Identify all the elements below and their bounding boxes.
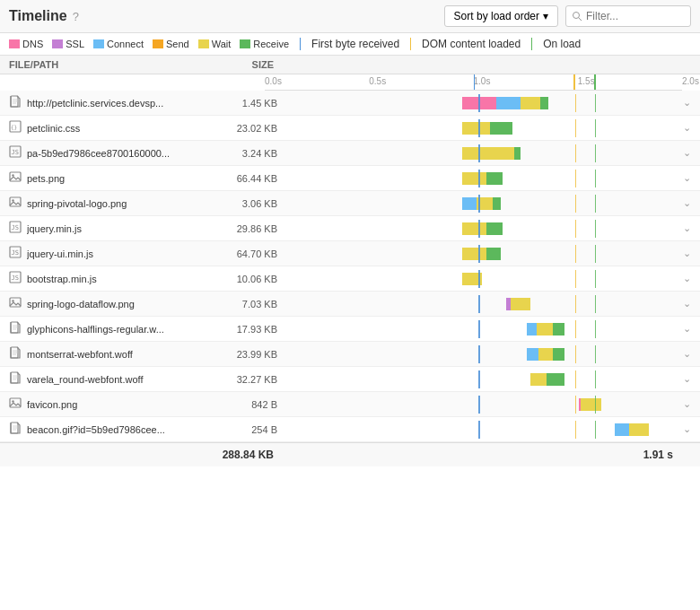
legend-dns: DNS xyxy=(9,39,43,49)
send-color xyxy=(153,39,163,48)
on-load-vline xyxy=(595,270,597,288)
receive-bar xyxy=(553,323,564,336)
on-load-vline xyxy=(595,245,597,263)
send-label: Send xyxy=(166,39,189,49)
wait-bar xyxy=(521,97,540,109)
file-size: 7.03 KB xyxy=(210,299,277,309)
expand-row-button[interactable]: ⌄ xyxy=(683,97,691,109)
table-header: FILE/PATH SIZE xyxy=(0,56,700,74)
table-row[interactable]: JS jquery.min.js29.86 KB⌄ xyxy=(0,216,700,241)
on-load-vline xyxy=(595,345,597,363)
dns-color xyxy=(9,39,20,48)
table-row[interactable]: montserrat-webfont.woff23.99 KB⌄ xyxy=(0,342,700,367)
expand-row-button[interactable]: ⌄ xyxy=(683,323,691,335)
table-row[interactable]: http://petclinic.services.devsp...1.45 K… xyxy=(0,91,700,116)
file-type-icon xyxy=(9,321,23,336)
dom-loaded-vline xyxy=(575,421,577,439)
first-byte-vline xyxy=(478,94,480,112)
first-byte-vline xyxy=(478,345,480,363)
on-load-vline xyxy=(595,119,597,137)
svg-rect-10 xyxy=(10,197,21,206)
expand-row-button[interactable]: ⌄ xyxy=(683,122,691,134)
timeline-cell xyxy=(277,345,679,363)
dom-loaded-vline xyxy=(575,245,577,263)
file-type-icon xyxy=(9,95,23,110)
expand-row-button[interactable]: ⌄ xyxy=(683,147,691,159)
wait-bar xyxy=(462,222,486,235)
expand-row-button[interactable]: ⌄ xyxy=(683,248,691,259)
file-type-icon xyxy=(9,346,23,362)
expand-row-button[interactable]: ⌄ xyxy=(683,222,691,234)
table-body: http://petclinic.services.devsp...1.45 K… xyxy=(0,91,700,442)
file-name: favicon.png xyxy=(27,399,210,410)
sort-chevron-icon: ▾ xyxy=(543,10,548,22)
file-name: jquery-ui.min.js xyxy=(27,248,210,259)
col-timeline-header xyxy=(274,59,673,70)
svg-point-19 xyxy=(12,300,13,301)
first-byte-vline xyxy=(478,320,480,338)
connect-bar xyxy=(615,423,629,436)
expand-row-button[interactable]: ⌄ xyxy=(683,423,691,435)
first-byte-vline xyxy=(478,220,480,238)
table-row[interactable]: beacon.gif?id=5b9ed7986cee...254 B⌄ xyxy=(0,417,700,442)
receive-bar xyxy=(547,373,564,386)
on-load-vline xyxy=(595,396,597,414)
dom-loaded-vline xyxy=(575,170,577,187)
legend-ssl: SSL xyxy=(52,39,84,49)
table-row[interactable]: spring-logo-dataflow.png7.03 KB⌄ xyxy=(0,292,700,317)
file-name: varela_round-webfont.woff xyxy=(27,374,210,385)
col-file-header: FILE/PATH xyxy=(9,59,206,70)
on-load-vline xyxy=(595,195,597,213)
table-row[interactable]: JS pa-5b9ed7986cee8700160000...3.24 KB⌄ xyxy=(0,141,700,166)
wait-bar xyxy=(462,248,486,260)
help-icon[interactable]: ? xyxy=(73,10,79,23)
on-load-vline xyxy=(595,320,597,338)
wait-color xyxy=(198,39,209,48)
table-row[interactable]: spring-pivotal-logo.png3.06 KB⌄ xyxy=(0,191,700,216)
expand-row-button[interactable]: ⌄ xyxy=(683,197,691,209)
first-byte-vline xyxy=(478,170,480,187)
dom-loaded-vline-ruler xyxy=(573,74,575,90)
table-row[interactable]: {} petclinic.css23.02 KB⌄ xyxy=(0,116,700,141)
file-name: jquery.min.js xyxy=(27,223,210,234)
table-row[interactable]: glyphicons-halflings-regular.w...17.93 K… xyxy=(0,317,700,342)
col-size-header: SIZE xyxy=(206,59,274,70)
table-row[interactable]: pets.png66.44 KB⌄ xyxy=(0,166,700,191)
file-type-icon xyxy=(9,296,23,311)
expand-row-button[interactable]: ⌄ xyxy=(683,348,691,360)
table-row[interactable]: JS jquery-ui.min.js64.70 KB⌄ xyxy=(0,241,700,266)
svg-point-9 xyxy=(12,174,13,176)
file-name: pa-5b9ed7986cee8700160000... xyxy=(27,148,210,159)
table-row[interactable]: JS bootstrap.min.js10.06 KB⌄ xyxy=(0,266,700,292)
receive-bar xyxy=(493,197,501,210)
dom-loaded-vline xyxy=(575,144,577,162)
dom-loaded-vline xyxy=(575,370,577,388)
expand-row-button[interactable]: ⌄ xyxy=(683,373,691,385)
file-name: glyphicons-halflings-regular.w... xyxy=(27,324,210,335)
receive-bar xyxy=(486,248,501,260)
on-load-vline xyxy=(595,220,597,238)
wait-bar xyxy=(581,398,600,411)
file-name: petclinic.css xyxy=(27,123,210,134)
expand-row-button[interactable]: ⌄ xyxy=(683,398,691,410)
connect-bar xyxy=(496,97,521,109)
expand-row-button[interactable]: ⌄ xyxy=(683,273,691,284)
timeline-cell xyxy=(277,370,679,388)
connect-bar xyxy=(527,323,537,336)
file-size: 3.24 KB xyxy=(210,148,277,159)
legend-send: Send xyxy=(153,39,189,49)
file-size: 10.06 KB xyxy=(210,274,277,284)
file-size: 842 B xyxy=(210,399,277,410)
expand-row-button[interactable]: ⌄ xyxy=(683,172,691,184)
sort-button[interactable]: Sort by load order ▾ xyxy=(444,5,558,27)
filter-input[interactable] xyxy=(565,5,691,27)
file-type-icon: JS xyxy=(9,246,23,261)
connect-label: Connect xyxy=(107,39,144,49)
table-row[interactable]: favicon.png842 B⌄ xyxy=(0,392,700,417)
file-size: 64.70 KB xyxy=(210,248,277,259)
legend-wait: Wait xyxy=(198,39,232,49)
expand-row-button[interactable]: ⌄ xyxy=(683,298,691,309)
file-size: 1.45 KB xyxy=(210,98,277,109)
dom-loaded-vline xyxy=(575,94,577,112)
table-row[interactable]: varela_round-webfont.woff32.27 KB⌄ xyxy=(0,367,700,392)
